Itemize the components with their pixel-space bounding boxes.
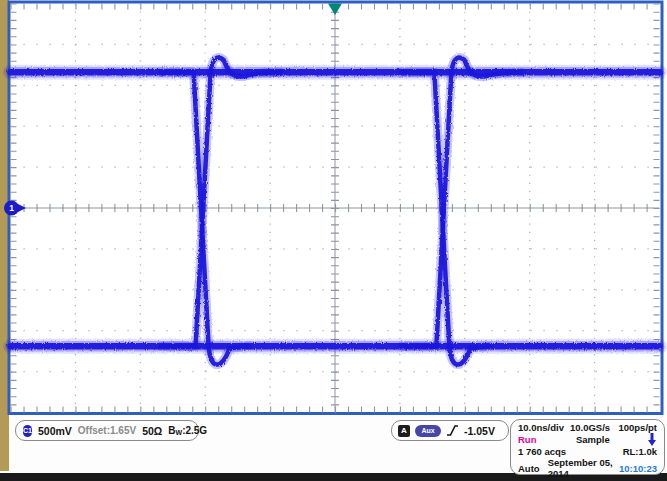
trigger-system-badge: A bbox=[398, 425, 410, 437]
bandwidth-value: :2.5G bbox=[182, 425, 207, 436]
bandwidth-b: B bbox=[168, 425, 175, 436]
date-label: September 05, 2014 bbox=[548, 457, 619, 479]
acq-count-row: 1 760 acqs RL:1.0k bbox=[518, 446, 657, 457]
acq-count: 1 760 acqs bbox=[518, 446, 566, 457]
channel1-bandwidth: BW:2.5G bbox=[168, 425, 207, 436]
timebase-row: 10.0ns/div 10.0GS/s 100ps/pt bbox=[518, 422, 657, 433]
channel1-offset: Offset:1.65V bbox=[78, 425, 136, 436]
sample-rate: 10.0GS/s bbox=[570, 422, 610, 433]
channel1-termination: 50Ω bbox=[142, 425, 162, 437]
rising-edge-icon bbox=[446, 424, 459, 437]
acq-state: Run bbox=[518, 434, 536, 445]
trigger-readout[interactable]: A Aux -1.05V bbox=[391, 420, 509, 441]
trigger-source-badge[interactable]: Aux bbox=[415, 425, 441, 437]
svg-text:1: 1 bbox=[9, 203, 14, 213]
arrow-down-icon[interactable] bbox=[647, 432, 657, 447]
timebase-value: 10.0ns/div bbox=[518, 422, 564, 433]
acq-state-row: Run Sample bbox=[518, 433, 657, 446]
readout-strip: C1 500mV Offset:1.65V 50Ω BW:2.5G A Aux … bbox=[9, 415, 667, 473]
channel1-readout[interactable]: C1 500mV Offset:1.65V 50Ω BW:2.5G bbox=[15, 420, 199, 441]
record-length: RL:1.0k bbox=[623, 446, 657, 457]
channel1-badge[interactable]: C1 bbox=[23, 425, 32, 437]
oscilloscope-screen: 1 C1 500mV Offset:1.65V 50Ω BW:2.5G A Au… bbox=[0, 0, 667, 481]
trigger-mode: Auto bbox=[518, 463, 540, 474]
trigger-level: -1.05V bbox=[464, 425, 495, 437]
datetime-row: Auto September 05, 2014 10:10:23 bbox=[518, 457, 657, 479]
time-label: 10:10:23 bbox=[619, 463, 657, 474]
bandwidth-w: W bbox=[176, 429, 183, 436]
scope-display: 1 bbox=[0, 0, 667, 416]
acquisition-readout[interactable]: 10.0ns/div 10.0GS/s 100ps/pt Run Sample … bbox=[510, 419, 665, 475]
channel1-scale: 500mV bbox=[38, 425, 72, 437]
acq-mode: Sample bbox=[576, 434, 610, 445]
